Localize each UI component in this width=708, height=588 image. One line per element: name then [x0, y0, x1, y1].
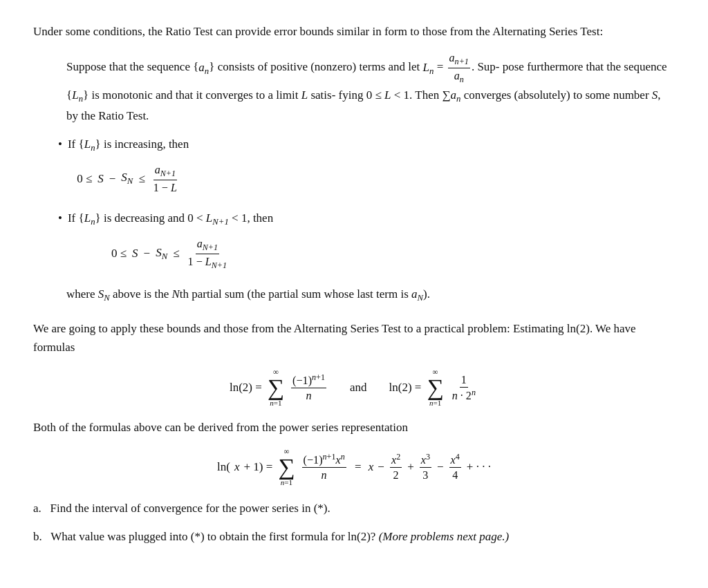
question-b: b. What value was plugged into (*) to ob…: [33, 527, 675, 546]
ln2-formulas: ln(2) = ∞ ∑ n=1 (−1)n+1 n and ln(2) = ∞ …: [33, 368, 675, 407]
practical-text: We are going to apply these bounds and t…: [33, 319, 675, 357]
theorem-block: Suppose that the sequence {an} consists …: [66, 50, 675, 125]
bullet1: • If {Ln} is increasing, then 0 ≤ S − SN…: [58, 135, 675, 202]
power-series-formula: ln(x + 1) = ∞ ∑ n=1 (−1)n+1xn n = x − x2…: [33, 448, 675, 486]
question-a: a. Find the interval of convergence for …: [33, 499, 675, 518]
and-text: and: [350, 381, 367, 395]
derived-text: Both of the formulas above can be derive…: [33, 418, 675, 437]
where-text: where SN above is the Nth partial sum (t…: [66, 285, 675, 305]
bullet2: • If {Ln} is decreasing and 0 < LN+1 < 1…: [58, 209, 675, 278]
intro-text: Under some conditions, the Ratio Test ca…: [33, 22, 675, 41]
